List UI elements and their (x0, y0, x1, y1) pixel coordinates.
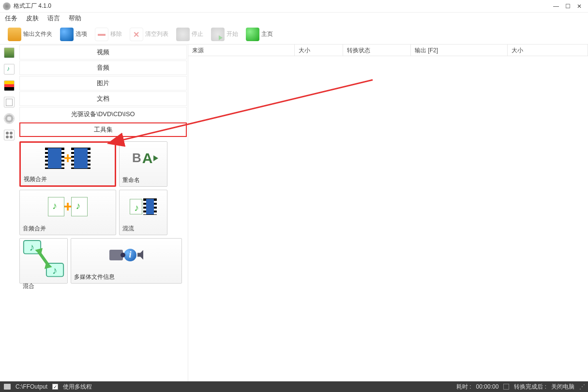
col-size[interactable]: 大小 (295, 45, 343, 56)
maximize-button[interactable]: ☐ (562, 2, 573, 11)
tool-media-info[interactable]: i 多媒体文件信息 (71, 238, 182, 284)
toolbar: 输出文件夹 选项 移除 清空列表 停止 开始 主页 (0, 24, 588, 45)
multithread-checkbox[interactable]: ✓ (52, 384, 58, 390)
stop-button[interactable]: 停止 (173, 27, 206, 42)
category-disc[interactable]: 光驱设备\DVD\CD\ISO (19, 107, 187, 121)
clear-list-button[interactable]: 清空列表 (127, 27, 171, 42)
after-convert-checkbox[interactable]: ✓ (503, 384, 509, 390)
output-folder-button[interactable]: 输出文件夹 (5, 27, 55, 42)
remove-button[interactable]: 移除 (92, 27, 125, 42)
start-icon (211, 28, 225, 41)
app-logo-icon (3, 2, 11, 10)
close-button[interactable]: ✕ (573, 2, 585, 11)
start-button[interactable]: 开始 (208, 27, 241, 42)
video-join-icon: + (21, 143, 115, 173)
options-button[interactable]: 选项 (57, 27, 90, 42)
after-convert-value[interactable]: 关闭电脑 (551, 383, 574, 391)
col-source[interactable]: 来源 (188, 45, 295, 56)
home-icon (246, 28, 259, 41)
category-toolset[interactable]: 工具集 (19, 122, 187, 137)
side-icon-bar (0, 45, 18, 381)
tools-grid: + 视频合并 BA 重命名 + 音频合并 混流 ♪♪ 混合 (18, 137, 188, 287)
status-bar: C:\FFOutput ✓ 使用多线程 耗时 : 00:00:00 ✓ 转换完成… (0, 381, 588, 392)
minimize-button[interactable]: — (550, 2, 562, 11)
menu-help[interactable]: 帮助 (69, 14, 81, 23)
side-audio-icon[interactable] (4, 64, 15, 75)
mix-icon: ♪♪ (20, 239, 67, 280)
category-picture[interactable]: 图片 (19, 76, 187, 90)
after-convert-label: 转换完成后 : (514, 383, 546, 391)
menu-bar: 任务 皮肤 语言 帮助 (0, 13, 588, 24)
menu-language[interactable]: 语言 (47, 14, 60, 23)
category-document[interactable]: 文档 (19, 91, 187, 106)
category-video[interactable]: 视频 (19, 45, 187, 60)
resize-grip-icon[interactable]: ⋰ (579, 383, 584, 390)
category-list: 视频 音频 图片 文档 光驱设备\DVD\CD\ISO 工具集 (18, 45, 188, 137)
elapsed-label: 耗时 : (456, 383, 471, 391)
clear-icon (130, 28, 143, 41)
output-path[interactable]: C:\FFOutput (15, 383, 47, 390)
rename-icon: BA (120, 142, 167, 174)
menu-skin[interactable]: 皮肤 (26, 14, 39, 23)
tool-rename[interactable]: BA 重命名 (119, 141, 167, 187)
side-picture-icon[interactable] (4, 80, 15, 91)
tool-mix[interactable]: ♪♪ 混合 (19, 238, 68, 284)
tool-audio-join[interactable]: + 音频合并 (19, 190, 116, 235)
options-icon (60, 28, 74, 41)
output-folder-icon[interactable] (4, 384, 11, 390)
column-headers: 来源 大小 转换状态 输出 [F2] 大小 (188, 45, 588, 56)
col-size2[interactable]: 大小 (508, 45, 588, 56)
side-document-icon[interactable] (4, 97, 15, 107)
elapsed-value: 00:00:00 (476, 383, 499, 390)
title-bar: 格式工厂 4.1.0 — ☐ ✕ (0, 0, 588, 13)
category-audio[interactable]: 音频 (19, 60, 187, 75)
tool-mux[interactable]: 混流 (119, 190, 167, 235)
svg-text:♪: ♪ (52, 264, 58, 276)
media-info-icon: i (71, 239, 181, 271)
task-list-panel: 来源 大小 转换状态 输出 [F2] 大小 (188, 45, 588, 381)
task-list-area[interactable] (188, 56, 588, 381)
mux-icon (120, 190, 167, 223)
col-status[interactable]: 转换状态 (343, 45, 411, 56)
folder-icon (8, 28, 21, 41)
audio-join-icon: + (20, 190, 116, 223)
col-output[interactable]: 输出 [F2] (411, 45, 508, 56)
svg-text:♪: ♪ (30, 241, 35, 253)
menu-task[interactable]: 任务 (5, 14, 17, 23)
side-video-icon[interactable] (4, 47, 15, 58)
window-title: 格式工厂 4.1.0 (14, 2, 51, 10)
side-tools-icon[interactable] (4, 130, 15, 140)
home-button[interactable]: 主页 (243, 27, 276, 42)
left-panel: 视频 音频 图片 文档 光驱设备\DVD\CD\ISO 工具集 + 视频合并 B… (18, 45, 188, 381)
tool-video-join[interactable]: + 视频合并 (19, 141, 116, 187)
multithread-label: 使用多线程 (63, 383, 92, 391)
stop-icon (176, 28, 190, 41)
remove-icon (95, 28, 108, 41)
side-disc-icon[interactable] (4, 113, 15, 124)
